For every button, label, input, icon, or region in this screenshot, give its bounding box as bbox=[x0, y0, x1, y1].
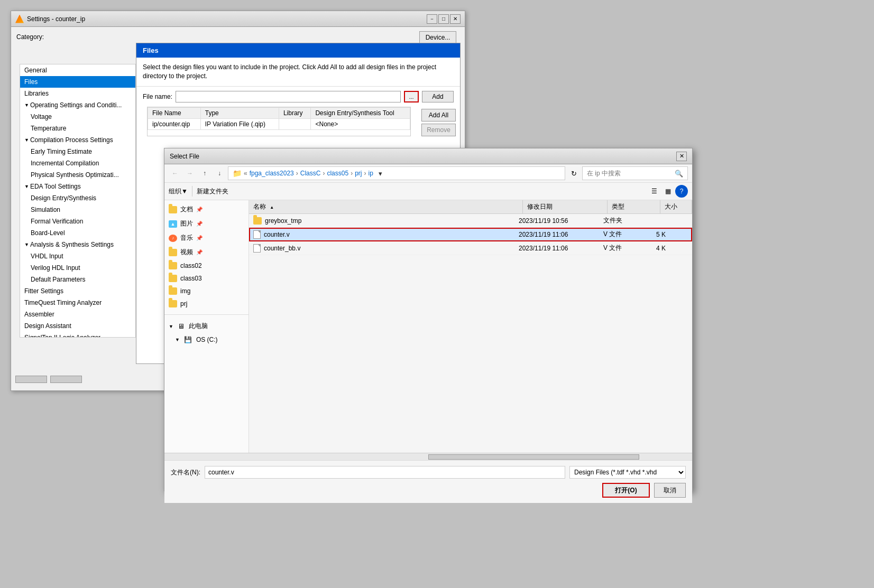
sidebar-item-vhdl[interactable]: VHDL Input bbox=[20, 250, 135, 262]
scrollbar-left[interactable] bbox=[15, 376, 47, 383]
collapse-icon-3: ▼ bbox=[24, 182, 29, 191]
maximize-button[interactable]: □ bbox=[438, 14, 449, 24]
refresh-button[interactable]: ↻ bbox=[567, 167, 580, 180]
left-panel-documents-label: 文档 bbox=[180, 205, 193, 214]
disk-icon: 💾 bbox=[184, 336, 192, 343]
device-button[interactable]: Device... bbox=[419, 31, 456, 44]
pictures-icon: ▲ bbox=[169, 220, 177, 228]
open-button[interactable]: 打开(O) bbox=[602, 483, 650, 498]
left-panel-img-label: img bbox=[180, 287, 190, 295]
help-button[interactable]: ? bbox=[675, 185, 688, 198]
sidebar-item-libraries[interactable]: Libraries bbox=[20, 88, 135, 99]
files-description: Select the design files you want to incl… bbox=[136, 58, 460, 87]
sidebar-item-voltage[interactable]: Voltage bbox=[20, 111, 135, 123]
breadcrumb-ip[interactable]: ip bbox=[368, 170, 373, 177]
left-panel-documents[interactable]: 文档 📌 bbox=[164, 202, 249, 217]
filetype-dropdown[interactable]: Design Files (*.tdf *.vhd *.vhd bbox=[569, 466, 686, 479]
left-panel-prj[interactable]: prj bbox=[164, 297, 249, 310]
left-panel-class03[interactable]: class03 bbox=[164, 272, 249, 285]
folder-icon-class03 bbox=[169, 275, 177, 282]
browse-button[interactable]: ... bbox=[404, 91, 419, 102]
sidebar-item-signaltap[interactable]: SignalTap II Logic Analyzer bbox=[20, 332, 135, 338]
cell-filename: ip/counter.qip bbox=[148, 118, 201, 129]
file-list: 名称 ▲ 修改日期 类型 大小 greybox_tmp 2023/11/19 1… bbox=[249, 200, 692, 453]
settings-title: Settings - counter_ip bbox=[27, 15, 85, 23]
scrollbar-right[interactable] bbox=[50, 376, 82, 383]
file-row-greybox[interactable]: greybox_tmp 2023/11/19 10:56 文件夹 bbox=[249, 214, 692, 228]
files-header: Files bbox=[136, 43, 460, 58]
sidebar-item-design-assistant[interactable]: Design Assistant bbox=[20, 320, 135, 332]
scrollbar-thumb[interactable] bbox=[428, 454, 639, 460]
sidebar-item-early-timing[interactable]: Early Timing Estimate bbox=[20, 146, 135, 157]
sidebar-item-temperature[interactable]: Temperature bbox=[20, 123, 135, 134]
left-panel-class02[interactable]: class02 bbox=[164, 259, 249, 272]
breadcrumb-class05[interactable]: class05 bbox=[327, 170, 348, 177]
type-counter-bb: V 文件 bbox=[603, 244, 656, 253]
collapse-icon-2: ▼ bbox=[24, 135, 29, 145]
date-greybox: 2023/11/19 10:56 bbox=[519, 217, 603, 225]
breadcrumb-classc[interactable]: ClassC bbox=[300, 170, 321, 177]
filename-input[interactable] bbox=[205, 466, 565, 479]
sidebar-item-operating-settings[interactable]: ▼ Operating Settings and Conditi... bbox=[20, 99, 135, 111]
folder-icon-prj bbox=[169, 300, 177, 307]
breadcrumb-dropdown-button[interactable]: ▾ bbox=[375, 167, 386, 180]
breadcrumb-fpga[interactable]: fpga_class2023 bbox=[250, 170, 294, 177]
sidebar-item-simulation[interactable]: Simulation bbox=[20, 204, 135, 216]
cancel-button[interactable]: 取消 bbox=[654, 483, 686, 498]
left-panel-pictures[interactable]: ▲ 图片 📌 bbox=[164, 217, 249, 231]
search-input[interactable] bbox=[587, 170, 673, 177]
table-row[interactable]: ip/counter.qip IP Variation File (.qip) … bbox=[148, 118, 410, 129]
sidebar-item-board-level[interactable]: Board-Level bbox=[20, 227, 135, 239]
nav-up-button[interactable]: ↑ bbox=[198, 167, 211, 180]
left-panel-videos[interactable]: 视频 📌 bbox=[164, 245, 249, 259]
nav-forward-button[interactable]: → bbox=[183, 167, 196, 180]
breadcrumb-bar: 📁 « fpga_class2023 › ClassC › class05 › … bbox=[228, 166, 565, 180]
date-counter-v: 2023/11/19 11:06 bbox=[519, 231, 603, 238]
file-name-input[interactable] bbox=[176, 91, 401, 102]
sidebar-item-design-entry[interactable]: Design Entry/Synthesis bbox=[20, 192, 135, 204]
details-view-button[interactable]: ▦ bbox=[661, 185, 674, 198]
col-type[interactable]: 类型 bbox=[608, 200, 660, 213]
new-folder-button[interactable]: 新建文件夹 bbox=[197, 187, 228, 196]
sidebar-item-files[interactable]: Files bbox=[20, 76, 135, 88]
col-date[interactable]: 修改日期 bbox=[523, 200, 608, 213]
sidebar-item-default-params[interactable]: Default Parameters bbox=[20, 274, 135, 285]
file-row-counter-bb[interactable]: counter_bb.v 2023/11/19 11:06 V 文件 4 K bbox=[249, 241, 692, 255]
add-button[interactable]: Add bbox=[422, 91, 454, 102]
sidebar-item-assembler[interactable]: Assembler bbox=[20, 309, 135, 320]
music-icon: ♪ bbox=[169, 235, 177, 242]
sidebar-item-eda-tool[interactable]: ▼ EDA Tool Settings bbox=[20, 181, 135, 192]
col-name[interactable]: 名称 ▲ bbox=[249, 200, 523, 213]
breadcrumb-sep-3: › bbox=[351, 170, 353, 177]
left-panel-music[interactable]: ♪ 音乐 📌 bbox=[164, 231, 249, 245]
horizontal-scrollbar[interactable] bbox=[164, 453, 692, 460]
breadcrumb-prj[interactable]: prj bbox=[355, 170, 362, 177]
file-row-counter-v[interactable]: counter.v 2023/11/19 11:06 V 文件 5 K bbox=[249, 228, 692, 241]
col-size[interactable]: 大小 bbox=[660, 200, 692, 213]
sidebar-item-fitter[interactable]: Fitter Settings bbox=[20, 285, 135, 297]
pin-icon-documents: 📌 bbox=[196, 207, 203, 212]
sidebar-item-formal-verification[interactable]: Formal Verification bbox=[20, 216, 135, 227]
nav-back-button[interactable]: ← bbox=[169, 167, 181, 180]
left-panel-this-pc[interactable]: ▼ 🖥 此电脑 bbox=[164, 319, 249, 333]
close-button[interactable]: ✕ bbox=[450, 14, 461, 24]
nav-down-button[interactable]: ↓ bbox=[213, 167, 226, 180]
remove-button[interactable]: Remove bbox=[421, 124, 456, 136]
sidebar-item-general[interactable]: General bbox=[20, 64, 135, 76]
cell-library bbox=[279, 118, 311, 129]
left-panel-img[interactable]: img bbox=[164, 285, 249, 297]
left-panel-os-drive[interactable]: ▼ 💾 OS (C:) bbox=[164, 333, 249, 346]
dialog-close-button[interactable]: ✕ bbox=[676, 152, 687, 161]
list-view-button[interactable]: ☰ bbox=[648, 185, 660, 198]
toolbar-separator bbox=[192, 186, 192, 197]
sidebar-item-incremental[interactable]: Incremental Compilation bbox=[20, 157, 135, 169]
sidebar-item-analysis-synthesis[interactable]: ▼ Analysis & Synthesis Settings bbox=[20, 239, 135, 250]
sidebar-item-physical-synthesis[interactable]: Physical Synthesis Optimizati... bbox=[20, 169, 135, 181]
organize-button[interactable]: 组织▼ bbox=[169, 187, 188, 196]
sidebar-item-timequest[interactable]: TimeQuest Timing Analyzer bbox=[20, 297, 135, 309]
add-all-button[interactable]: Add All bbox=[421, 109, 456, 122]
sidebar-item-verilog[interactable]: Verilog HDL Input bbox=[20, 262, 135, 274]
sidebar-item-compilation-process[interactable]: ▼ Compilation Process Settings bbox=[20, 134, 135, 146]
col-filename: File Name bbox=[148, 107, 201, 118]
minimize-button[interactable]: － bbox=[427, 14, 437, 24]
